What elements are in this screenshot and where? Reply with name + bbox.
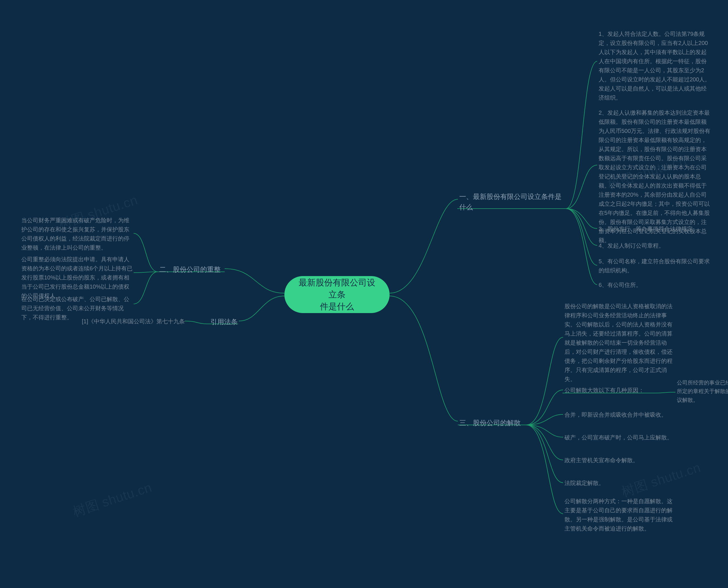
branch-4-label[interactable]: 三、股份公司的解散: [459, 418, 521, 428]
branch-1-leaf-3: 3、股份发行、筹办事项符合法律规定。: [599, 224, 711, 233]
branch-4-leaf-1: 股份公司的解散是公司法人资格被取消的法律程序和公司业务经营活动终止的法律事实。公…: [565, 302, 677, 384]
branch-1-leaf-5: 5、有公司名称，建立符合股份有限公司要求的组织机构。: [599, 257, 711, 275]
branch-3-leaf-1: [1]《中华人民共和国公司法》第七十九条: [77, 317, 185, 326]
branch-4-leaf-4: 破产，公司宣布破产时，公司马上应解散。: [565, 433, 677, 442]
branch-2-label[interactable]: 二、股份公司的重整: [159, 264, 221, 275]
branch-2-leaf-2: 公司重整必须向法院提出申请。具有申请人资格的为本公司的或者连续6个月以上持有已发…: [21, 255, 134, 300]
branch-1-leaf-4: 4、发起人制订公司章程。: [599, 241, 711, 250]
branch-4-leaf-6: 法院裁定解散。: [565, 478, 677, 487]
branch-4-leaf-2-sub: 公司所经营的事业已经完成或不能完成，公司所定的章程关于解散的事由发生，股东大会决…: [677, 379, 728, 404]
branch-3-label[interactable]: 引用法条: [211, 316, 238, 327]
mindmap-root-node[interactable]: 最新股份有限公司设立条 件是什么: [284, 276, 390, 313]
branch-4-leaf-7: 公司解散分两种方式：一种是自愿解散。这主要是基于公司自己的要求而自愿进行的解散。…: [565, 497, 677, 533]
branch-1-label[interactable]: 一、最新股份有限公司设立条件是 什么: [459, 191, 567, 212]
branch-1-leaf-1: 1、发起人符合法定人数。公司法第79条规定，设立股份有限公司，应当有2人以上20…: [599, 29, 711, 102]
branch-2-leaf-1: 当公司财务严重困难或有破产危险时，为维护公司的存在和使之振兴复苏，并保护股东公司…: [21, 216, 134, 252]
branch-4-leaf-2[interactable]: 公司解散大致以下有几种原因：: [565, 386, 656, 395]
branch-1-leaf-6: 6、有公司住所。: [599, 280, 711, 290]
branch-4-leaf-5: 政府主管机关宣布命令解散。: [565, 456, 677, 465]
watermark: 树图 shutu.cn: [70, 477, 155, 522]
branch-4-leaf-3: 合并，即新设合并或吸收合并中被吸收。: [565, 410, 677, 419]
